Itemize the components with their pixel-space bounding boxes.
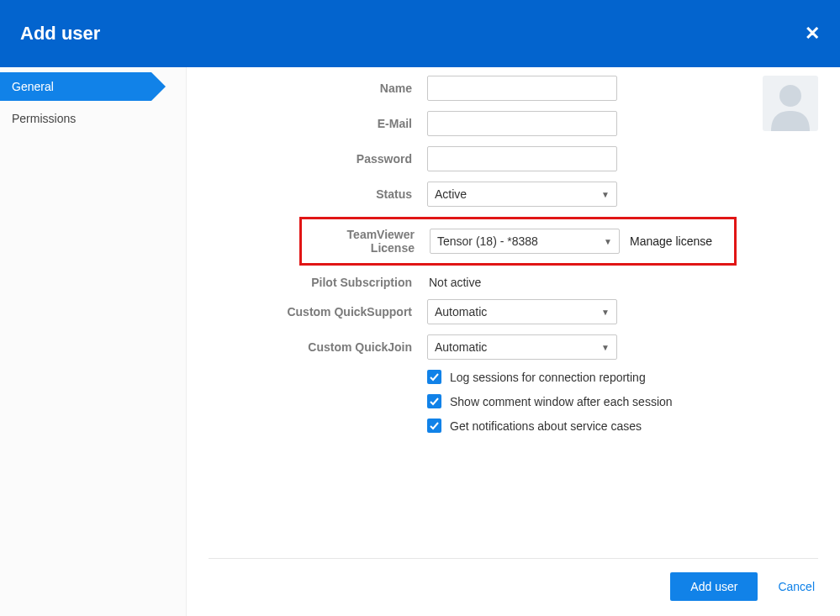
check-icon — [429, 396, 440, 407]
add-user-button[interactable]: Add user — [670, 572, 758, 601]
chevron-down-icon: ▼ — [601, 190, 610, 199]
sidebar: General Permissions — [0, 67, 187, 616]
label-email: E-Mail — [209, 117, 427, 130]
label-license: TeamViewer License — [307, 228, 430, 255]
license-highlight: TeamViewer License Tensor (18) - *8388 ▼… — [299, 217, 737, 266]
label-show-comment: Show comment window after each session — [450, 395, 673, 408]
chevron-down-icon: ▼ — [601, 308, 610, 317]
dialog-footer: Add user Cancel — [209, 558, 818, 616]
pilot-value: Not active — [427, 276, 481, 289]
svg-point-0 — [779, 85, 801, 107]
checkbox-show-comment[interactable] — [427, 394, 441, 408]
cqs-value: Automatic — [435, 305, 487, 319]
checkbox-log-sessions[interactable] — [427, 370, 441, 384]
check-icon — [429, 371, 440, 382]
checkbox-notifications[interactable] — [427, 419, 441, 433]
cqj-select[interactable]: Automatic ▼ — [427, 334, 617, 360]
avatar — [763, 76, 818, 131]
license-value: Tensor (18) - *8388 — [437, 234, 538, 248]
cqj-value: Automatic — [435, 340, 487, 354]
name-input[interactable] — [427, 76, 617, 101]
password-input[interactable] — [427, 146, 617, 171]
cancel-button[interactable]: Cancel — [774, 580, 818, 593]
label-pilot: Pilot Subscription — [209, 276, 427, 289]
tab-general[interactable]: General — [0, 72, 151, 101]
label-name: Name — [209, 82, 427, 95]
manage-license-link[interactable]: Manage license — [630, 234, 712, 248]
close-icon[interactable]: ✕ — [805, 23, 820, 45]
label-status: Status — [209, 187, 427, 201]
chevron-down-icon: ▼ — [604, 237, 612, 246]
cqs-select[interactable]: Automatic ▼ — [427, 299, 617, 324]
label-log-sessions: Log sessions for connection reporting — [450, 371, 646, 384]
status-select[interactable]: Active ▼ — [427, 182, 617, 207]
chevron-down-icon: ▼ — [601, 343, 610, 352]
email-input[interactable] — [427, 111, 617, 136]
label-cqs: Custom QuickSupport — [209, 305, 427, 319]
dialog-header: Add user ✕ — [0, 0, 840, 67]
label-cqj: Custom QuickJoin — [209, 340, 427, 354]
label-password: Password — [209, 152, 427, 166]
tab-permissions[interactable]: Permissions — [0, 104, 186, 133]
check-icon — [429, 420, 440, 431]
avatar-icon — [763, 76, 818, 131]
status-value: Active — [435, 187, 467, 201]
label-notifications: Get notifications about service cases — [450, 419, 642, 433]
dialog-title: Add user — [20, 23, 100, 45]
license-select[interactable]: Tensor (18) - *8388 ▼ — [430, 229, 620, 254]
